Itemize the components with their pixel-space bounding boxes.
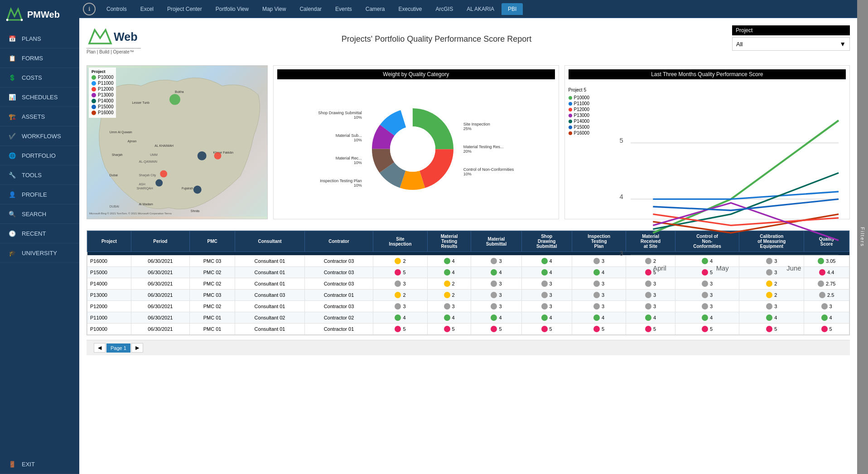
project-filter-value: All xyxy=(736,41,743,48)
filters-label: Filters xyxy=(860,227,865,247)
svg-text:4: 4 xyxy=(619,193,623,200)
map-legend-p14000: P14000 xyxy=(92,98,113,103)
university-icon: 🎓 xyxy=(7,248,17,258)
svg-point-2 xyxy=(21,19,23,21)
svg-text:Lesser Tunb: Lesser Tunb xyxy=(132,101,149,104)
project-filter-label: Project xyxy=(732,25,850,35)
sidebar-item-workflows[interactable]: ✔️ WORKFLOWS xyxy=(0,126,79,146)
sidebar-item-search[interactable]: 🔍 SEARCH xyxy=(0,204,79,224)
svg-marker-0 xyxy=(7,9,22,20)
sidebar-item-profile[interactable]: 👤 PROFILE xyxy=(0,185,79,204)
svg-point-37 xyxy=(390,126,435,172)
donut-svg xyxy=(367,104,458,194)
sidebar-nav: 📅 PLANS 📋 FORMS 💲 COSTS 📊 SCHEDULES 🏗️ A… xyxy=(0,29,79,474)
table-row: P1400006/30/2021PMC 02Consultant 01Contr… xyxy=(87,278,849,290)
tab-executive[interactable]: Executive xyxy=(392,3,428,15)
donut-chart-container: Weight by Quality Category Shop Drawing … xyxy=(273,65,559,219)
calendar-icon: 📅 xyxy=(7,34,17,44)
sidebar-item-forms[interactable]: 📋 FORMS xyxy=(0,48,79,68)
sidebar-label-portfolio: PORTFOLIO xyxy=(22,152,56,159)
tab-project-center[interactable]: Project Center xyxy=(161,3,208,15)
line-chart-inner: Project 5 P10000 P11000 P12000 P13000 P1… xyxy=(569,83,846,278)
label-site-inspection: Site Inspection25% xyxy=(463,122,514,131)
sidebar-item-assets[interactable]: 🏗️ ASSETS xyxy=(0,107,79,126)
th-consultant: Consultant xyxy=(235,231,305,252)
map-legend-p11000: P11000 xyxy=(92,81,113,86)
label-itp: Inspection Testing Plan10% xyxy=(318,179,362,188)
sidebar-item-plans[interactable]: 📅 PLANS xyxy=(0,29,79,48)
map-legend-p13000: P13000 xyxy=(92,92,113,97)
pmweb-logo: Web Plan | Build | Operate™ xyxy=(87,25,141,54)
legend-p14000: P14000 xyxy=(569,119,605,124)
svg-text:AL KHAIMAH: AL KHAIMAH xyxy=(154,144,174,147)
tools-icon: 🔧 xyxy=(7,170,17,180)
line-chart-project-count: Project 5 xyxy=(569,87,605,92)
project-filter: Project All ▼ xyxy=(732,25,850,51)
tab-arcgis[interactable]: ArcGIS xyxy=(429,3,459,15)
profile-icon: 👤 xyxy=(7,189,17,199)
next-page-button[interactable]: ▶ xyxy=(131,343,143,353)
project-filter-select[interactable]: All ▼ xyxy=(732,37,850,51)
tab-al-akaria[interactable]: AL AKARIA xyxy=(460,3,501,15)
map-legend-p10000: P10000 xyxy=(92,75,113,80)
sidebar-item-portfolio[interactable]: 🌐 PORTFOLIO xyxy=(0,146,79,165)
tab-portfolio-view[interactable]: Portfolio View xyxy=(209,3,255,15)
pmweb-text: PMWeb xyxy=(27,10,60,20)
tab-map-view[interactable]: Map View xyxy=(256,3,292,15)
pmweb-logo-text: Web xyxy=(87,25,141,48)
th-contractor: Contrator xyxy=(304,231,373,252)
legend-p15000: P15000 xyxy=(569,125,605,130)
svg-text:Sharjah City: Sharjah City xyxy=(139,174,156,177)
svg-text:SHARIQAH: SHARIQAH xyxy=(136,187,153,190)
report-title: Projects' Portfolio Quality Performance … xyxy=(141,25,732,44)
tab-controls[interactable]: Controls xyxy=(100,3,133,15)
sidebar-label-recent: RECENT xyxy=(22,230,46,237)
svg-text:Ajman: Ajman xyxy=(128,140,137,143)
sidebar-label-tools: TOOLS xyxy=(22,172,42,179)
legend-p11000: P11000 xyxy=(569,101,605,106)
main-content: Web Plan | Build | Operate™ Projects' Po… xyxy=(79,18,857,474)
svg-point-23 xyxy=(169,94,180,105)
filters-panel[interactable]: Filters xyxy=(857,0,868,474)
sidebar-label-search: SEARCH xyxy=(22,211,46,218)
sidebar-item-recent[interactable]: 🕒 RECENT xyxy=(0,224,79,243)
page-1-button[interactable]: Page 1 xyxy=(106,343,130,353)
sidebar-item-university[interactable]: 🎓 UNIVERSITY xyxy=(0,243,79,263)
tab-camera[interactable]: Camera xyxy=(359,3,391,15)
th-ms: MaterialSubmittal xyxy=(471,231,521,252)
legend-p16000: P16000 xyxy=(569,131,605,135)
workflows-icon: ✔️ xyxy=(7,131,17,141)
svg-text:UMM: UMM xyxy=(150,153,158,156)
sidebar-item-costs[interactable]: 💲 COSTS xyxy=(0,68,79,87)
label-control-nc: Control of Non-Conformities10% xyxy=(463,167,514,176)
map-container: Lesser Tunb Bukha Umm Al Quwain Ajman Sh… xyxy=(87,65,268,219)
tab-pbi[interactable]: PBI xyxy=(502,3,523,15)
donut-chart-title: Weight by Quality Category xyxy=(277,69,555,79)
label-shop-drawing: Shop Drawing Submittal10% xyxy=(318,111,362,120)
sidebar-item-exit[interactable]: 🚪 EXIT xyxy=(0,455,79,474)
sidebar-item-schedules[interactable]: 📊 SCHEDULES xyxy=(0,87,79,107)
sidebar-label-schedules: SCHEDULES xyxy=(22,94,58,101)
report-title-container: Projects' Portfolio Quality Performance … xyxy=(141,25,732,44)
tab-calendar[interactable]: Calendar xyxy=(293,3,328,15)
line-chart-title: Last Three Months Quality Performance Sc… xyxy=(569,69,846,79)
svg-text:Shnās: Shnās xyxy=(191,209,200,213)
map-legend-title: Project xyxy=(92,69,113,74)
th-project: Project xyxy=(87,231,131,252)
tab-events[interactable]: Events xyxy=(329,3,358,15)
prev-page-button[interactable]: ◀ xyxy=(94,343,106,353)
legend-p10000: P10000 xyxy=(569,95,605,100)
sidebar-item-tools[interactable]: 🔧 TOOLS xyxy=(0,165,79,185)
svg-point-24 xyxy=(198,151,207,160)
legend-p13000: P13000 xyxy=(569,113,605,118)
exit-icon: 🚪 xyxy=(7,459,17,469)
th-sds: ShopDrawingSubmittal xyxy=(521,231,572,252)
table-row: P1000006/30/2021PMC 01Consultant 01Contr… xyxy=(87,324,849,335)
table-row: P1100006/30/2021PMC 01Consultant 02Contr… xyxy=(87,312,849,324)
info-icon[interactable]: ℹ xyxy=(83,3,96,15)
sidebar-label-plans: PLANS xyxy=(22,35,41,42)
assets-icon: 🏗️ xyxy=(7,111,17,121)
sidebar-label-forms: FORMS xyxy=(22,55,43,62)
map-legend-p15000: P15000 xyxy=(92,104,113,109)
tab-excel[interactable]: Excel xyxy=(134,3,160,15)
